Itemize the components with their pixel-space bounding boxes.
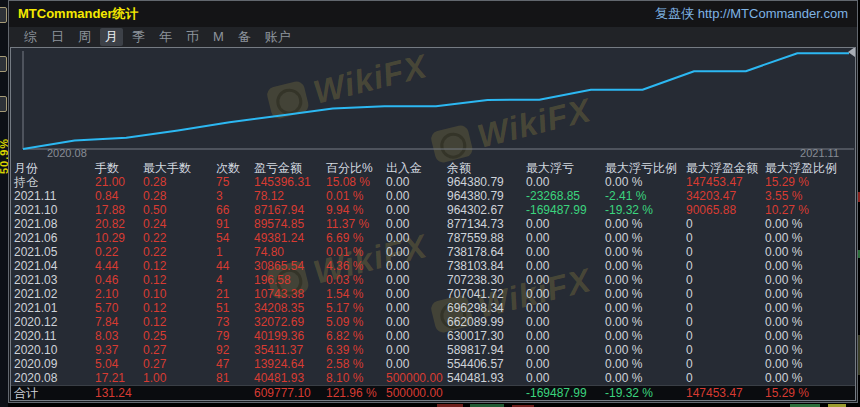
table-cell: 707041.72 bbox=[447, 287, 504, 301]
column-header[interactable]: 最大浮亏比例 bbox=[605, 160, 677, 177]
table-cell: 0.00 bbox=[386, 245, 409, 259]
table-cell: 0.00 bbox=[386, 217, 409, 231]
menu-item-5[interactable]: 年 bbox=[154, 28, 177, 46]
background-toolbar-icon bbox=[0, 96, 7, 112]
table-row[interactable]: 2020.095.040.274713924.642.58 %0.0055440… bbox=[11, 357, 855, 371]
table-cell: 0.00 % bbox=[605, 343, 642, 357]
table-cell: 554406.57 bbox=[447, 357, 504, 371]
table-row[interactable]: 2020.118.030.257940199.366.82 %0.0063001… bbox=[11, 329, 855, 343]
table-cell: 2020.11 bbox=[14, 329, 57, 343]
table-cell: 0.22 bbox=[143, 245, 166, 259]
table-cell: 2020.10 bbox=[14, 343, 57, 357]
table-row[interactable]: 2021.1017.880.506687167.949.94 %0.009643… bbox=[11, 203, 855, 217]
table-row[interactable]: 持仓21.000.2875145396.3115.08 %0.00964380.… bbox=[11, 175, 855, 189]
table-cell: 787559.88 bbox=[447, 231, 504, 245]
column-header[interactable]: 最大浮盈金额 bbox=[686, 160, 758, 177]
table-row[interactable]: 2021.030.460.124196.580.03 %0.00707238.3… bbox=[11, 273, 855, 287]
column-header[interactable]: 盈亏金额 bbox=[254, 160, 302, 177]
table-cell: 2021.01 bbox=[14, 301, 57, 315]
menu-item-2[interactable]: 周 bbox=[73, 28, 96, 46]
table-cell: 0.12 bbox=[143, 259, 166, 273]
x-axis-start-label: 2020.08 bbox=[47, 147, 87, 159]
table-cell: 0.00 % bbox=[765, 273, 802, 287]
table-cell: 75 bbox=[216, 175, 229, 189]
table-row[interactable]: 2020.0817.211.008140481.938.10 %500000.0… bbox=[11, 371, 855, 385]
title-bar[interactable]: MTCommander统计 复盘侠 http://MTCommander.com bbox=[9, 1, 857, 27]
table-cell: 79 bbox=[216, 329, 229, 343]
table-cell: 0.00 bbox=[386, 175, 409, 189]
table-cell: 2021.10 bbox=[14, 203, 57, 217]
menu-item-4[interactable]: 季 bbox=[127, 28, 150, 46]
table-cell: 30865.54 bbox=[254, 259, 304, 273]
column-header[interactable]: 最大浮亏 bbox=[526, 160, 574, 177]
table-cell: 0.00 bbox=[526, 287, 549, 301]
menu-item-7[interactable]: M bbox=[208, 28, 229, 46]
column-header[interactable]: 余额 bbox=[447, 160, 471, 177]
table-cell: 0.12 bbox=[143, 273, 166, 287]
column-header[interactable]: 百分比% bbox=[326, 160, 373, 177]
table-row[interactable]: 2020.109.370.279235411.376.39 %0.0058981… bbox=[11, 343, 855, 357]
table-cell: 0.27 bbox=[143, 357, 166, 371]
table-cell: 3.55 % bbox=[765, 189, 802, 203]
table-cell: 4 bbox=[216, 273, 223, 287]
table-cell: 66 bbox=[216, 203, 229, 217]
table-cell: 0 bbox=[686, 357, 693, 371]
table-cell: 13924.64 bbox=[254, 357, 304, 371]
table-cell: 630017.30 bbox=[447, 329, 504, 343]
table-cell: 10743.38 bbox=[254, 287, 304, 301]
table-row[interactable]: 2020.127.840.127332072.695.09 %0.0066208… bbox=[11, 315, 855, 329]
table-cell: 5.17 % bbox=[326, 301, 363, 315]
table-row[interactable]: 2021.110.840.28378.120.01 %0.00964380.79… bbox=[11, 189, 855, 203]
table-row[interactable]: 2021.0610.290.225449381.246.69 %0.007875… bbox=[11, 231, 855, 245]
column-header[interactable]: 最大浮盈比例 bbox=[765, 160, 837, 177]
table-cell: 0.00 bbox=[386, 203, 409, 217]
column-header[interactable]: 出入金 bbox=[386, 160, 422, 177]
table-row[interactable]: 2021.015.700.125134208.355.17 %0.0069629… bbox=[11, 301, 855, 315]
menu-item-1[interactable]: 日 bbox=[46, 28, 69, 46]
table-cell: 15.29 % bbox=[765, 175, 809, 189]
table-cell: 0.00 % bbox=[605, 217, 642, 231]
table-row[interactable]: 2021.050.220.22174.800.01 %0.00738178.64… bbox=[11, 245, 855, 259]
table-cell: 81 bbox=[216, 371, 229, 385]
table-cell: 0.00 bbox=[526, 371, 549, 385]
equity-chart[interactable]: 2020.08 2021.11 bbox=[11, 48, 855, 161]
menu-item-6[interactable]: 币 bbox=[181, 28, 204, 46]
table-cell: 0.12 bbox=[143, 301, 166, 315]
column-header[interactable]: 次数 bbox=[216, 160, 240, 177]
table-cell: 609777.10 bbox=[254, 386, 311, 400]
table-cell: 5.04 bbox=[95, 357, 118, 371]
table-cell: 147453.47 bbox=[686, 175, 743, 189]
table-cell: 0.00 % bbox=[765, 329, 802, 343]
table-row[interactable]: 2021.044.440.124430865.544.36 %0.0073810… bbox=[11, 259, 855, 273]
table-cell: 121.96 % bbox=[326, 386, 377, 400]
table-cell: 0.24 bbox=[143, 217, 166, 231]
table-total-row[interactable]: 合计131.24609777.10121.96 %500000.00-16948… bbox=[11, 385, 855, 400]
table-cell: 40481.93 bbox=[254, 371, 304, 385]
table-cell: 11.37 % bbox=[326, 217, 369, 231]
table-cell: 2021.05 bbox=[14, 245, 57, 259]
brand-link[interactable]: 复盘侠 http://MTCommander.com bbox=[655, 5, 848, 23]
table-cell: 17.88 bbox=[95, 203, 125, 217]
table-cell: 8.03 bbox=[95, 329, 118, 343]
table-cell: 78.12 bbox=[254, 189, 284, 203]
table-cell: 0 bbox=[686, 301, 693, 315]
table-cell: 21.00 bbox=[95, 175, 125, 189]
column-header[interactable]: 手数 bbox=[95, 160, 119, 177]
table-cell: 2.10 bbox=[95, 287, 118, 301]
content-panel: 2020.08 2021.11 月份手数最大手数次数盈亏金额百分比%出入金余额最… bbox=[10, 47, 856, 401]
table-cell: 0.00 % bbox=[605, 273, 642, 287]
table-cell: 500000.00 bbox=[386, 371, 443, 385]
table-cell: 0.00 bbox=[526, 315, 549, 329]
table-cell: 0.00 bbox=[386, 231, 409, 245]
table-row[interactable]: 2021.022.100.102110743.381.54 %0.0070704… bbox=[11, 287, 855, 301]
menu-item-3[interactable]: 月 bbox=[100, 28, 123, 46]
menu-item-8[interactable]: 备 bbox=[233, 28, 256, 46]
table-row[interactable]: 2021.0820.820.249189574.8511.37 %0.00877… bbox=[11, 217, 855, 231]
menu-item-9[interactable]: 账户 bbox=[260, 28, 296, 46]
table-cell: 0 bbox=[686, 343, 693, 357]
table-cell: 92 bbox=[216, 343, 229, 357]
menu-item-0[interactable]: 综 bbox=[19, 28, 42, 46]
table-cell: 0.00 % bbox=[605, 245, 642, 259]
column-header[interactable]: 最大手数 bbox=[143, 160, 191, 177]
table-cell: 87167.94 bbox=[254, 203, 304, 217]
